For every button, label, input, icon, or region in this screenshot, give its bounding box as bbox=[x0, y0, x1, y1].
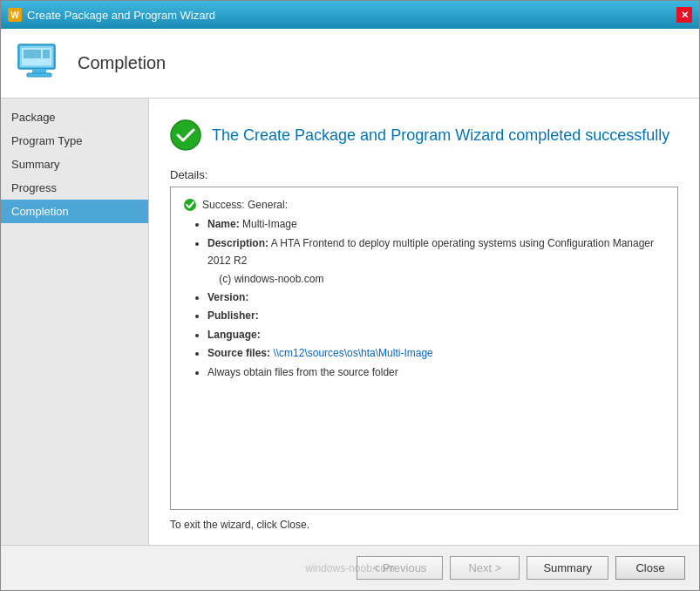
svg-rect-3 bbox=[27, 73, 51, 77]
details-label: Details: bbox=[170, 168, 678, 181]
window-title: Create Package and Program Wizard bbox=[27, 9, 215, 22]
sidebar-item-progress[interactable]: Progress bbox=[1, 176, 148, 200]
svg-rect-6 bbox=[43, 50, 50, 58]
svg-rect-2 bbox=[32, 69, 46, 73]
footer: < Previous Next > Summary Close bbox=[1, 545, 699, 590]
details-check-icon bbox=[183, 198, 197, 212]
content-area: Package Program Type Summary Progress Co… bbox=[1, 98, 699, 545]
previous-button[interactable]: < Previous bbox=[357, 556, 444, 580]
window-icon: W bbox=[8, 8, 22, 22]
success-general-line: Success: General: bbox=[183, 196, 665, 214]
exit-text: To exit the wizard, click Close. bbox=[170, 519, 678, 531]
success-check-icon bbox=[170, 119, 201, 151]
success-message: The Create Package and Program Wizard co… bbox=[212, 126, 669, 145]
detail-publisher: Publisher: bbox=[207, 307, 665, 324]
main-panel: The Create Package and Program Wizard co… bbox=[149, 98, 699, 545]
close-button[interactable]: Close bbox=[615, 556, 685, 580]
next-button[interactable]: Next > bbox=[450, 556, 520, 580]
detail-always-obtain: Always obtain files from the source fold… bbox=[207, 363, 665, 381]
main-window: W Create Package and Program Wizard ✕ Co… bbox=[0, 0, 700, 591]
header-bar: Completion bbox=[1, 29, 699, 98]
success-general-text: Success: General: bbox=[202, 196, 288, 214]
detail-language: Language: bbox=[207, 326, 665, 343]
detail-name: Name: Multi-Image bbox=[207, 215, 665, 233]
sidebar-item-completion[interactable]: Completion bbox=[1, 200, 148, 223]
detail-source-files: Source files: \\cm12\sources\os\hta\Mult… bbox=[207, 344, 665, 362]
sidebar-item-program-type[interactable]: Program Type bbox=[1, 129, 148, 153]
svg-rect-5 bbox=[24, 50, 41, 58]
title-bar-left: W Create Package and Program Wizard bbox=[8, 8, 215, 22]
close-window-button[interactable]: ✕ bbox=[676, 7, 692, 23]
header-title: Completion bbox=[78, 53, 166, 73]
success-banner: The Create Package and Program Wizard co… bbox=[170, 119, 678, 151]
detail-version: Version: bbox=[207, 289, 665, 306]
summary-button[interactable]: Summary bbox=[527, 556, 608, 580]
sidebar: Package Program Type Summary Progress Co… bbox=[1, 98, 149, 545]
title-bar: W Create Package and Program Wizard ✕ bbox=[1, 1, 699, 29]
sidebar-item-summary[interactable]: Summary bbox=[1, 153, 148, 176]
header-computer-icon bbox=[15, 39, 64, 88]
detail-description: Description: A HTA Frontend to deploy mu… bbox=[207, 234, 665, 288]
sidebar-item-package[interactable]: Package bbox=[1, 105, 148, 129]
details-list: Name: Multi-Image Description: A HTA Fro… bbox=[183, 215, 665, 381]
svg-point-7 bbox=[171, 120, 200, 150]
details-box: Success: General: Name: Multi-Image Desc… bbox=[170, 187, 678, 510]
